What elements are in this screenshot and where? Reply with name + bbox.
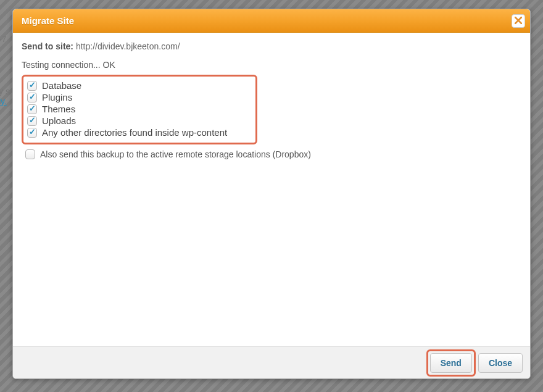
option-plugins[interactable]: Plugins bbox=[27, 92, 252, 102]
option-label: Themes bbox=[42, 104, 75, 114]
option-themes-checkbox[interactable] bbox=[27, 104, 37, 114]
send-to-url: http://dividev.bjkeeton.com/ bbox=[76, 41, 180, 51]
option-label: Uploads bbox=[42, 115, 76, 126]
dialog-close-button[interactable] bbox=[512, 14, 525, 28]
migrate-site-dialog: Migrate Site Send to site: http://divide… bbox=[12, 9, 531, 379]
remote-storage-option[interactable]: Also send this backup to the active remo… bbox=[22, 149, 521, 159]
option-label: Any other directories found inside wp-co… bbox=[42, 127, 227, 138]
connection-status: Testing connection... OK bbox=[22, 60, 521, 70]
option-label: Database bbox=[42, 80, 81, 91]
bg-link-fragment: ly. bbox=[0, 96, 7, 106]
option-uploads-checkbox[interactable] bbox=[27, 116, 37, 126]
bg-text-fragment: -7 bbox=[0, 34, 6, 44]
bg-text-fragment: y s bbox=[0, 86, 10, 96]
option-label: Plugins bbox=[42, 92, 72, 102]
option-database-checkbox[interactable] bbox=[27, 81, 37, 91]
close-button[interactable]: Close bbox=[478, 353, 523, 373]
send-to-line: Send to site: http://dividev.bjkeeton.co… bbox=[22, 41, 521, 51]
dialog-header: Migrate Site bbox=[13, 9, 530, 33]
dialog-body: Send to site: http://dividev.bjkeeton.co… bbox=[13, 33, 530, 348]
option-database[interactable]: Database bbox=[27, 80, 252, 91]
remote-storage-checkbox[interactable] bbox=[25, 149, 35, 159]
option-other-dirs-checkbox[interactable] bbox=[27, 128, 37, 138]
close-icon bbox=[515, 16, 522, 26]
options-highlight-box: Database Plugins Themes Uploads Any othe… bbox=[22, 75, 257, 144]
option-other-dirs[interactable]: Any other directories found inside wp-co… bbox=[27, 127, 252, 138]
send-button[interactable]: Send bbox=[430, 353, 472, 373]
dialog-footer: Send Close bbox=[13, 346, 530, 378]
send-button-highlight: Send bbox=[430, 353, 472, 373]
option-plugins-checkbox[interactable] bbox=[27, 93, 37, 102]
send-to-label: Send to site: bbox=[22, 41, 73, 51]
option-uploads[interactable]: Uploads bbox=[27, 115, 252, 126]
option-themes[interactable]: Themes bbox=[27, 104, 252, 114]
remote-storage-label: Also send this backup to the active remo… bbox=[40, 149, 311, 159]
dialog-title: Migrate Site bbox=[22, 15, 512, 26]
